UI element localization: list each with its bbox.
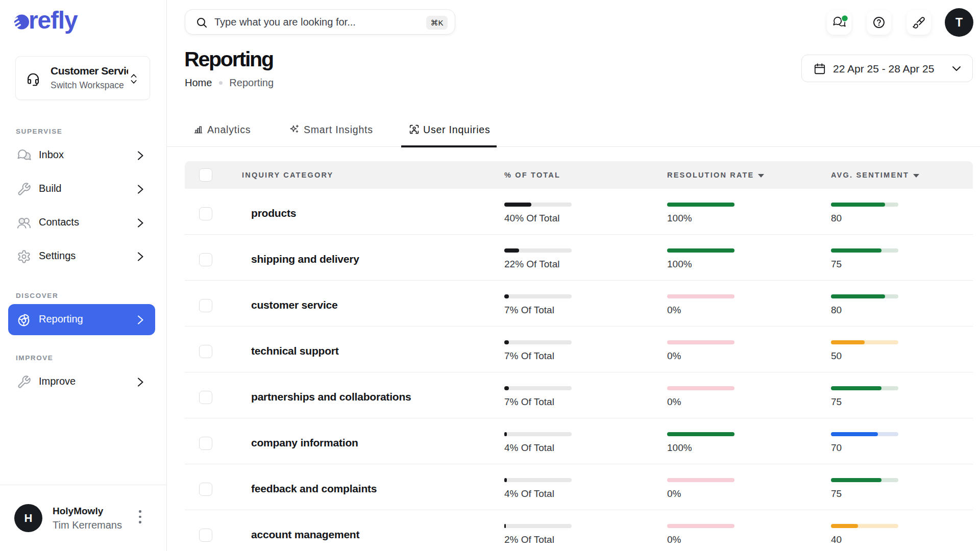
svg-text:refly: refly bbox=[29, 8, 78, 34]
